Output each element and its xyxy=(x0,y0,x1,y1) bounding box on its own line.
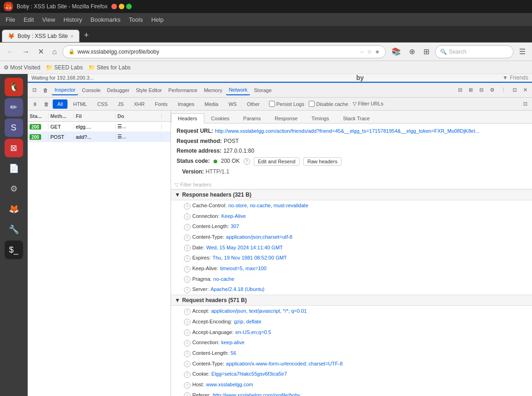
menu-history[interactable]: History xyxy=(60,14,86,25)
new-tab-button[interactable]: + xyxy=(80,29,93,42)
req-info-icon-4[interactable]: i xyxy=(184,340,190,346)
sidebar-edit-icon[interactable]: ✏ xyxy=(5,98,23,117)
devtools-fullscreen-icon[interactable]: ⊡ xyxy=(510,85,520,95)
devtools-tab-memory[interactable]: Memory xyxy=(201,86,225,95)
disable-cache-label[interactable]: Disable cache xyxy=(309,101,348,107)
filter-headers-placeholder[interactable]: Filter headers xyxy=(180,182,211,187)
tab-close-btn[interactable]: × xyxy=(71,34,73,39)
req-info-icon-1[interactable]: i xyxy=(184,309,190,315)
status-help-icon[interactable]: ? xyxy=(244,158,250,165)
filter-tab-images[interactable]: Images xyxy=(173,99,199,109)
req-info-icon-5[interactable]: i xyxy=(184,351,190,357)
maximize-window-btn[interactable] xyxy=(126,4,132,9)
filter-tab-ws[interactable]: WS xyxy=(224,99,241,109)
network-row-2[interactable]: 200 POST add?... ☰... xyxy=(28,132,171,142)
devtools-settings-icon[interactable]: ⚙ xyxy=(487,85,497,95)
sidebar-cmdline-icon[interactable]: $_ xyxy=(5,241,23,259)
minimize-window-btn[interactable] xyxy=(119,4,124,9)
hpanel-tab-headers[interactable]: Headers xyxy=(171,113,204,124)
filter-tab-js[interactable]: JS xyxy=(113,99,128,109)
menu-help[interactable]: Help xyxy=(147,14,167,25)
req-info-icon-6[interactable]: i xyxy=(184,361,190,367)
devtools-more-icon[interactable]: ⋮ xyxy=(498,85,509,95)
info-icon-4[interactable]: i xyxy=(184,235,190,241)
devtools-close-btn[interactable]: ✕ xyxy=(520,85,530,95)
devtools-expand-icon[interactable]: ⊡ xyxy=(520,99,530,109)
persist-logs-label[interactable]: Persist Logs xyxy=(269,101,305,107)
network-row-1[interactable]: 200 GET elgg.... ☰... xyxy=(28,122,171,132)
persist-logs-checkbox[interactable] xyxy=(269,101,275,107)
forward-button[interactable]: → xyxy=(19,46,32,58)
devtools-tab-console[interactable]: Console xyxy=(79,86,103,95)
req-info-icon-8[interactable]: i xyxy=(184,382,190,389)
info-icon-2[interactable]: i xyxy=(184,213,190,220)
sidebar-ubuntu-icon[interactable]: 🐧 xyxy=(5,78,23,96)
bookmark-sites-for-labs[interactable]: 📁 Sites for Labs xyxy=(88,64,130,71)
info-icon-3[interactable]: i xyxy=(184,224,190,230)
filter-tab-fonts[interactable]: Fonts xyxy=(150,99,172,109)
devtools-clear-icon[interactable]: 🗑 xyxy=(41,99,52,109)
devtools-tab-style-editor[interactable]: Style Editor xyxy=(133,86,165,95)
sidebar-trash-icon[interactable]: 🗑 xyxy=(5,390,23,396)
filter-tab-css[interactable]: CSS xyxy=(92,99,112,109)
filter-tab-xhr[interactable]: XHR xyxy=(129,99,149,109)
info-icon-7[interactable]: i xyxy=(184,266,190,272)
sidebar-firefox-icon[interactable]: 🦊 xyxy=(5,200,23,218)
menu-tools[interactable]: Tools xyxy=(125,14,147,25)
hpanel-tab-stack-trace[interactable]: Stack Trace xyxy=(336,113,377,123)
disable-cache-checkbox[interactable] xyxy=(309,101,315,107)
menu-view[interactable]: View xyxy=(38,14,59,25)
devtools-pause-icon[interactable]: ⏸ xyxy=(30,99,40,109)
new-window-icon[interactable]: ⊕ xyxy=(406,45,418,58)
devtools-split-icon[interactable]: ⊟ xyxy=(455,85,465,95)
devtools-tab-performance[interactable]: Performance xyxy=(165,86,200,95)
menu-file[interactable]: File xyxy=(2,14,19,25)
request-headers-section[interactable]: ▼ Request headers (571 B) xyxy=(171,295,532,306)
hpanel-tab-timings[interactable]: Timings xyxy=(305,113,336,123)
search-bar[interactable]: 🔍 Search xyxy=(435,45,514,58)
filter-tab-other[interactable]: Other xyxy=(242,99,264,109)
sidebar-wrench-icon[interactable]: 🔧 xyxy=(5,220,23,239)
devtools-trash-icon[interactable]: 🗑 xyxy=(40,86,51,95)
close-window-btn[interactable] xyxy=(111,4,117,9)
filter-urls-control[interactable]: ▽ Filter URLs xyxy=(353,101,383,107)
bookmark-seed-labs[interactable]: 📁 SEED Labs xyxy=(46,64,83,71)
hpanel-tab-cookies[interactable]: Cookies xyxy=(204,113,237,123)
stop-button[interactable]: ✕ xyxy=(35,45,47,58)
url-bar[interactable]: 🔒 www.xsslabelgg.com/profile/boby ··· ☆ … xyxy=(62,45,386,58)
raw-headers-button[interactable]: Raw headers xyxy=(303,157,342,166)
devtools-tab-storage[interactable]: Storage xyxy=(251,86,275,95)
home-button[interactable]: ⌂ xyxy=(49,46,60,58)
req-info-icon-9[interactable]: i xyxy=(184,392,190,396)
devtools-dock-icon[interactable]: ⊞ xyxy=(466,85,476,95)
menu-button[interactable]: ☰ xyxy=(516,45,528,58)
menu-bookmarks[interactable]: Bookmarks xyxy=(87,14,124,25)
req-info-icon-2[interactable]: i xyxy=(184,319,190,325)
info-icon-8[interactable]: i xyxy=(184,276,190,283)
back-button[interactable]: ← xyxy=(4,46,17,58)
library-icon[interactable]: 📚 xyxy=(389,45,404,58)
info-icon-5[interactable]: i xyxy=(184,245,190,251)
info-icon-9[interactable]: i xyxy=(184,287,190,293)
bookmark-star-icon[interactable]: ★ xyxy=(375,49,380,55)
devtools-tab-debugger[interactable]: Debugger xyxy=(104,86,132,95)
sidebar-toggle-icon[interactable]: ⊞ xyxy=(421,45,432,58)
filter-tab-all[interactable]: All xyxy=(53,99,67,109)
sidebar-gear-icon[interactable]: ⚙ xyxy=(5,179,23,198)
sidebar-file-icon[interactable]: 📄 xyxy=(5,159,23,178)
info-icon-6[interactable]: i xyxy=(184,255,190,262)
bookmark-icon[interactable]: ☆ xyxy=(367,49,372,55)
menu-edit[interactable]: Edit xyxy=(20,14,37,25)
filter-tab-media[interactable]: Media xyxy=(200,99,223,109)
devtools-tab-network[interactable]: Network xyxy=(226,85,250,95)
filter-tab-html[interactable]: HTML xyxy=(68,99,92,109)
req-info-icon-3[interactable]: i xyxy=(184,329,190,336)
info-icon-1[interactable]: i xyxy=(184,203,190,210)
edit-resend-button[interactable]: Edit and Resend xyxy=(254,157,300,166)
hpanel-tab-response[interactable]: Response xyxy=(268,113,305,123)
hpanel-tab-params[interactable]: Params xyxy=(236,113,268,123)
devtools-tab-inspector[interactable]: Inspector xyxy=(52,85,78,95)
sidebar-terminal-icon[interactable]: ⊠ xyxy=(5,139,23,157)
response-headers-section[interactable]: ▼ Response headers (321 B) xyxy=(171,189,532,200)
devtools-frame-icon[interactable]: ⊡ xyxy=(30,85,39,95)
